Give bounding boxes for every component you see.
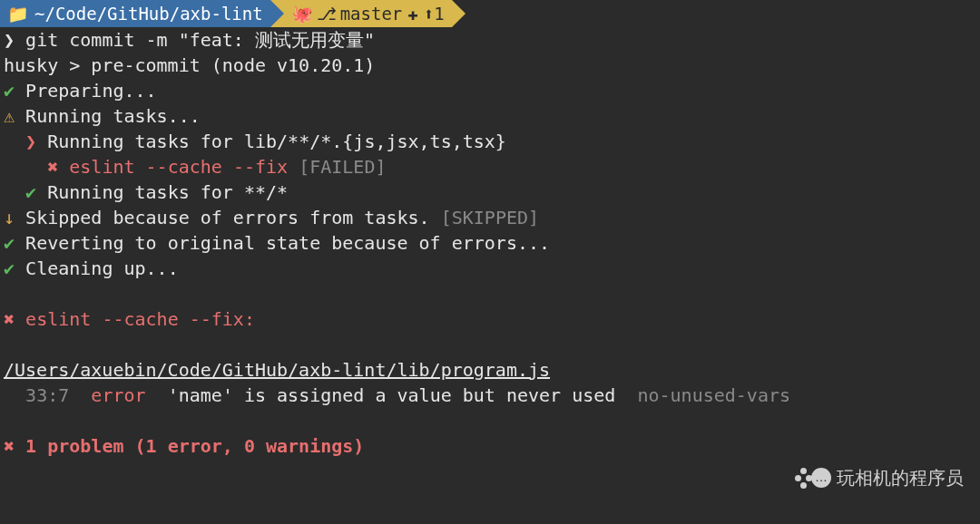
task-running-all: ✔ Running tasks for **/* [0,180,980,205]
command-line[interactable]: ❯ git commit -m "feat: 测试无用变量" [0,27,980,53]
cross-icon: ✖ [47,156,58,178]
prompt-bar: 📁 ~/Code/GitHub/axb-lint 🐙 ⎇ master ✚ ⬆ … [0,0,980,27]
skipped-tag: [SKIPPED] [441,207,539,228]
check-icon: ✔ [25,181,36,203]
task-reverting: ✔ Reverting to original state because of… [0,230,980,256]
prompt-symbol: ❯ [4,29,15,51]
prompt-path: ~/Code/GitHub/axb-lint [34,2,263,26]
folder-icon: 📁 [7,2,29,26]
summary-line: ✖ 1 problem (1 error, 0 warnings) [0,433,980,459]
prompt-path-segment: 📁 ~/Code/GitHub/axb-lint [0,0,270,27]
task-eslint-failed: ✖ eslint --cache --fix [FAILED] [0,154,980,180]
lint-rule: no-unused-vars [637,384,790,406]
separator-icon [270,0,284,27]
up-icon: ⬆ [424,2,434,26]
check-icon: ✔ [4,80,15,102]
lint-location: 33:7 [25,384,69,406]
file-path[interactable]: /Users/axuebin/Code/GitHub/axb-lint/lib/… [0,357,980,383]
failed-tag: [FAILED] [299,156,386,178]
down-arrow-icon: ↓ [4,207,15,228]
branch-name: master [340,2,403,26]
lint-level: error [91,384,145,406]
branch-icon: ⎇ [317,2,337,26]
check-icon: ✔ [4,232,15,254]
github-icon: 🐙 [291,2,313,26]
cross-icon: ✖ [4,435,15,457]
chevron-icon: ❯ [25,131,36,152]
ahead-count: 1 [434,2,444,26]
check-icon: ✔ [4,257,15,279]
lint-message: 33:7 error 'name' is assigned a value bu… [0,383,980,408]
task-preparing: ✔ Preparing... [0,78,980,103]
prompt-branch-segment: 🐙 ⎇ master ✚ ⬆ 1 [284,0,452,27]
cross-icon: ✖ [4,308,15,330]
task-running-lib: ❯ Running tasks for lib/**/*.{js,jsx,ts,… [0,129,980,154]
task-cleaning: ✔ Cleaning up... [0,256,980,281]
watermark-text: 玩相机的程序员 [837,465,964,490]
wechat-icon: … [793,462,829,493]
command-text: git commit -m "feat: 测试无用变量" [25,29,375,51]
plus-icon: ✚ [407,2,417,26]
warn-icon: ⚠ [4,105,15,127]
task-running: ⚠ Running tasks... [0,103,980,129]
terminal: 📁 ~/Code/GitHub/axb-lint 🐙 ⎇ master ✚ ⬆ … [0,0,980,459]
task-skipped: ↓ Skipped because of errors from tasks. … [0,205,980,230]
watermark: … 玩相机的程序员 [793,462,964,493]
separator-icon [452,0,466,27]
eslint-header-line: ✖ eslint --cache --fix: [0,306,980,332]
husky-line: husky > pre-commit (node v10.20.1) [0,53,980,78]
lint-text: 'name' is assigned a value but never use… [168,384,616,406]
